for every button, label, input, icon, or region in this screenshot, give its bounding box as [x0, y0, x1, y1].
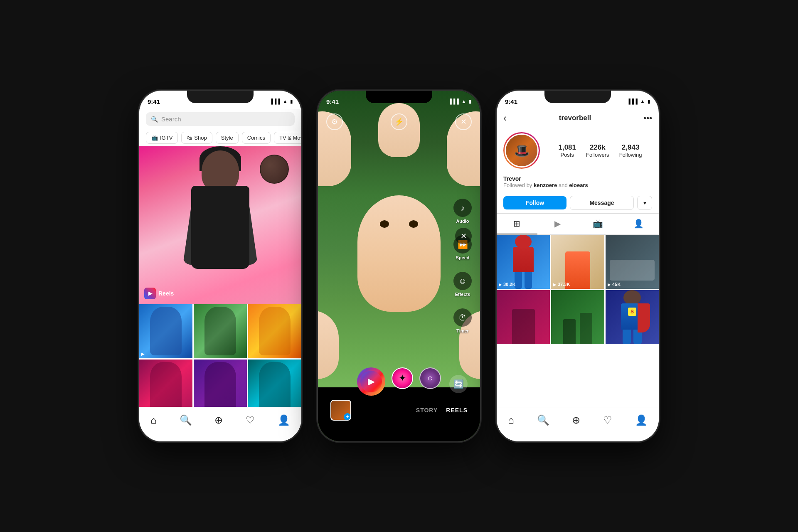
grid-icon: ⊞: [513, 219, 520, 229]
settings-icon: ⚙: [331, 117, 338, 126]
gallery-thumbnail[interactable]: +: [330, 400, 351, 421]
category-tabs: 📺 IGTV 🛍 Shop Style Comics TV & Movie: [139, 129, 301, 146]
shutter-button[interactable]: ▶: [357, 367, 385, 396]
shop-icon: 🛍: [187, 135, 192, 141]
play-icon-1: ▶: [499, 282, 502, 287]
nav-search-left[interactable]: 🔍: [180, 414, 192, 426]
followers-count: 226k: [590, 143, 606, 152]
tab-grid[interactable]: ⊞: [497, 214, 537, 234]
hero-image: ▶ Reels: [139, 146, 301, 304]
nav-heart-right[interactable]: ♡: [603, 414, 612, 426]
person-body: [191, 186, 249, 269]
tab-reels[interactable]: ▶: [537, 214, 578, 234]
profile-bio: Trevor Followed by kenzoere and eloears: [497, 174, 659, 192]
cam-top-controls: ⚙ ⚡ ✕: [318, 113, 480, 130]
profile-tabs: ⊞ ▶ 📺 👤: [497, 213, 659, 235]
effect-pink-icon: ✦: [399, 373, 406, 384]
effect-purple-icon: ○: [427, 373, 433, 384]
search-bar[interactable]: 🔍 Search: [146, 112, 295, 126]
tab-style[interactable]: Style: [216, 132, 239, 144]
effects-control[interactable]: ☺ Effects: [453, 272, 472, 297]
tab-tv-movies[interactable]: TV & Movie: [274, 132, 301, 144]
effect-pink-button[interactable]: ✦: [392, 367, 413, 389]
thumb-item-2[interactable]: [194, 304, 247, 358]
phone-middle: 9:41 ▐▐▐ ▲ ▮: [318, 91, 480, 441]
close-filter-button[interactable]: ✕: [455, 228, 472, 244]
profile-username: trevorbell: [559, 114, 591, 122]
audio-control[interactable]: ♪ Audio: [453, 199, 472, 224]
flash-button[interactable]: ⚡: [391, 113, 407, 130]
tab-igtv[interactable]: 📺 IGTV: [146, 132, 178, 144]
superman-figure: S: [606, 290, 659, 344]
more-options-button[interactable]: •••: [643, 113, 652, 123]
reels-badge: ▶ Reels: [144, 288, 174, 299]
close-button[interactable]: ✕: [455, 113, 472, 130]
status-icons-left: ▐▐▐ ▲ ▮: [270, 99, 293, 104]
thumb-person-3: [259, 307, 291, 355]
thumb-person-5: [204, 362, 236, 411]
mode-story[interactable]: STORY: [416, 407, 438, 414]
thumb-person-2: [204, 307, 236, 355]
close-filter-icon: ✕: [461, 232, 467, 241]
back-button[interactable]: ‹: [503, 112, 507, 124]
nav-home-left[interactable]: ⌂: [150, 414, 157, 426]
posts-label: Posts: [560, 152, 574, 158]
post-item-3[interactable]: ▶ 45K: [606, 235, 659, 289]
nav-add-left[interactable]: ⊕: [214, 414, 223, 426]
effect-purple-button[interactable]: ○: [419, 367, 441, 389]
post-item-4[interactable]: [497, 290, 550, 344]
face-eyes: [357, 195, 441, 228]
follow-button[interactable]: Follow: [503, 196, 566, 209]
profile-header: ‹ trevorbell •••: [497, 109, 659, 127]
nav-profile-right[interactable]: 👤: [635, 414, 648, 426]
tab-tagged[interactable]: 👤: [618, 214, 659, 234]
bio-followed-by: Followed by kenzoere and eloears: [503, 182, 652, 188]
follower-1[interactable]: kenzoere: [534, 182, 557, 188]
nav-home-right[interactable]: ⌂: [508, 414, 514, 426]
settings-button[interactable]: ⚙: [326, 113, 343, 130]
nav-heart-left[interactable]: ♡: [246, 414, 255, 426]
stat-following: 2,943 Following: [619, 143, 642, 158]
status-icons-right: ▐▐▐ ▲ ▮: [627, 99, 650, 104]
signal-icon-left: ▐▐▐: [270, 99, 281, 104]
hero-person: [162, 150, 278, 304]
profile-stats: 1,081 Posts 226k Followers 2,943 Followi…: [548, 143, 652, 158]
spidey-head: [515, 235, 532, 249]
phone-right: 9:41 ▐▐▐ ▲ ▮ ‹ trevorbell •••: [497, 91, 659, 441]
nav-profile-left[interactable]: 👤: [278, 414, 290, 426]
post-item-1[interactable]: ▶ 30.2K: [497, 235, 550, 289]
avatar-icon: 🎩: [514, 143, 530, 158]
message-button[interactable]: Message: [570, 196, 634, 210]
thumb-item-5[interactable]: [194, 360, 247, 414]
dropdown-button[interactable]: ▾: [637, 196, 652, 210]
nav-search-right[interactable]: 🔍: [537, 414, 549, 426]
profile-actions: Follow Message ▾: [497, 192, 659, 213]
notch-right: [544, 91, 611, 103]
mode-reels[interactable]: REELS: [446, 407, 468, 414]
post-item-2[interactable]: ▶ 37.3K: [551, 235, 604, 289]
tab-comics[interactable]: Comics: [242, 132, 271, 144]
tab-comics-label: Comics: [247, 135, 265, 141]
flip-camera-button[interactable]: 🔄: [449, 375, 468, 393]
spidey-body: [513, 247, 534, 272]
reel-count-3: 45K: [612, 282, 621, 287]
thumb-item-6[interactable]: [248, 360, 301, 414]
timer-control[interactable]: ⏱ Timer: [453, 308, 472, 333]
thumb-grid: ▶: [139, 304, 301, 414]
nav-add-right[interactable]: ⊕: [572, 414, 580, 426]
notch-middle: [366, 91, 432, 103]
thumb-item-4[interactable]: [139, 360, 192, 414]
audio-label: Audio: [456, 219, 469, 224]
reel-indicator-2: ▶ 37.3K: [553, 282, 570, 287]
post-item-5[interactable]: [551, 290, 604, 344]
thumb-item-3[interactable]: [248, 304, 301, 358]
tab-shop[interactable]: 🛍 Shop: [181, 132, 212, 144]
post-item-6[interactable]: S: [606, 290, 659, 344]
thumb-item-1[interactable]: ▶: [139, 304, 192, 358]
s-symbol: S: [628, 308, 636, 316]
battery-icon-left: ▮: [290, 99, 293, 104]
tab-igtv-profile[interactable]: 📺: [578, 214, 618, 234]
face-eye-right: [409, 220, 418, 228]
follower-2[interactable]: eloears: [569, 182, 588, 188]
reels-icon: ▶: [144, 288, 156, 299]
